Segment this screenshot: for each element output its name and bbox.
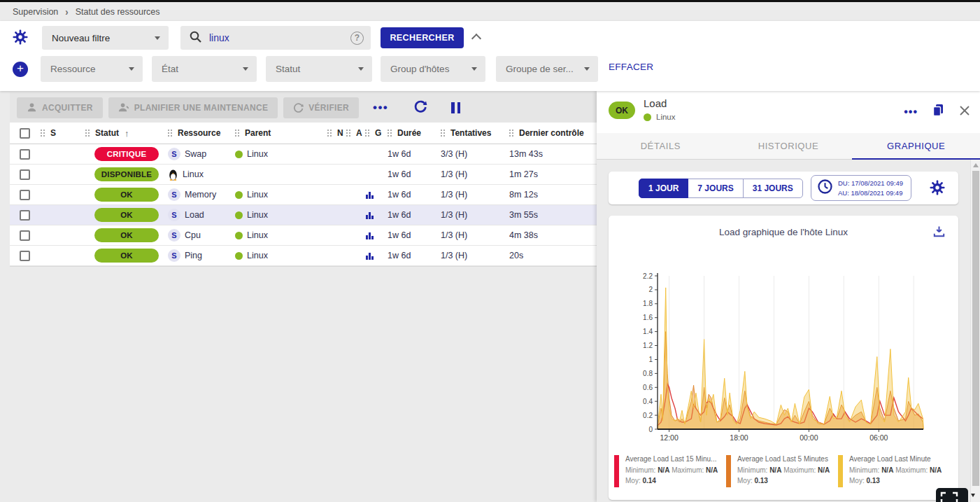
filter-select-status[interactable]: Statut bbox=[266, 56, 372, 82]
refresh-icon[interactable] bbox=[413, 99, 427, 116]
resource-cell[interactable]: S Ping bbox=[168, 249, 235, 262]
row-checkbox[interactable] bbox=[20, 251, 30, 261]
panel-more-icon[interactable]: ••• bbox=[904, 106, 918, 118]
drag-handle-icon[interactable] bbox=[509, 129, 515, 137]
range-button-1-jour[interactable]: 1 JOUR bbox=[639, 179, 688, 198]
drag-handle-icon[interactable] bbox=[365, 129, 371, 137]
legend-item[interactable]: Average Load Last Minute Minimum: N/A Ma… bbox=[838, 454, 950, 487]
row-checkbox[interactable] bbox=[20, 149, 30, 160]
table-row-swap[interactable]: CRITIQUE S Swap Linux 1w 6d 3/3 (H) 13m … bbox=[10, 144, 597, 165]
range-button-7-jours[interactable]: 7 JOURS bbox=[688, 179, 743, 198]
copy-link-icon[interactable] bbox=[932, 104, 944, 120]
resource-cell[interactable]: S Load bbox=[168, 209, 235, 221]
column-header-parent[interactable]: Parent bbox=[235, 128, 327, 138]
parent-cell[interactable]: Linux bbox=[235, 190, 327, 200]
graph-cell[interactable] bbox=[365, 211, 388, 220]
resource-cell[interactable]: S Swap bbox=[168, 148, 235, 160]
svg-text:1.6: 1.6 bbox=[643, 314, 653, 321]
resource-cell[interactable]: S Cpu bbox=[168, 229, 235, 242]
parent-cell[interactable]: Linux bbox=[235, 149, 327, 159]
legend-item[interactable]: Average Load Last 15 Minu... Minimum: N/… bbox=[614, 454, 726, 487]
close-panel-icon[interactable] bbox=[959, 105, 970, 119]
filter-select-state[interactable]: État bbox=[152, 56, 257, 82]
graph-cell[interactable] bbox=[365, 190, 388, 200]
drag-handle-icon[interactable] bbox=[168, 129, 173, 137]
filter-select-hostgroup[interactable]: Group d'hôtes bbox=[381, 56, 485, 82]
tab-details[interactable]: DÉTAILS bbox=[597, 133, 725, 159]
drag-handle-icon[interactable] bbox=[235, 129, 241, 137]
range-button-31-jours[interactable]: 31 JOURS bbox=[743, 179, 803, 198]
parent-name: Linux bbox=[247, 230, 268, 240]
column-header-g[interactable]: G bbox=[365, 128, 388, 138]
search-help-icon[interactable]: ? bbox=[350, 32, 364, 45]
chevron-down-icon bbox=[243, 67, 248, 71]
date-range-picker[interactable]: DU: 17/08/2021 09:49 AU: 18/08/2021 09:4… bbox=[811, 175, 911, 201]
time-range-card: 1 JOUR7 JOURS31 JOURS DU: 17/08/2021 09:… bbox=[609, 172, 958, 204]
column-header-n[interactable]: N bbox=[327, 128, 346, 138]
download-graph-icon[interactable] bbox=[932, 225, 946, 241]
collapse-filters-chevron-up-icon[interactable] bbox=[471, 34, 481, 43]
drag-handle-icon[interactable] bbox=[327, 129, 333, 137]
scrollbar-thumb[interactable] bbox=[972, 171, 979, 486]
select-all-checkbox[interactable] bbox=[20, 128, 30, 139]
drag-handle-icon[interactable] bbox=[441, 129, 446, 137]
graph-available-icon bbox=[365, 190, 374, 200]
tab-history[interactable]: HISTORIQUE bbox=[725, 133, 853, 159]
acknowledge-button[interactable]: ACQUITTER bbox=[17, 97, 103, 118]
tries-cell: 3/3 (H) bbox=[441, 149, 509, 159]
resource-table: S Statut ↑ Ressource Parent N A bbox=[10, 123, 597, 267]
table-row-memory[interactable]: OK S Memory Linux 1w 6d 1/3 (H) 8m 12s bbox=[10, 185, 597, 205]
parent-cell[interactable]: Linux bbox=[235, 230, 327, 240]
scroll-up-arrow-icon[interactable] bbox=[973, 163, 979, 167]
pause-icon[interactable] bbox=[451, 102, 460, 113]
filter-select-servicegroup[interactable]: Groupe de ser... bbox=[496, 56, 598, 82]
column-header-dernier contrôle[interactable]: Dernier contrôle bbox=[509, 128, 597, 138]
check-button[interactable]: VÉRIFIER bbox=[283, 97, 359, 118]
resource-name: Ping bbox=[185, 251, 202, 260]
table-row-cpu[interactable]: OK S Cpu Linux 1w 6d 1/3 (H) 4m 38s bbox=[10, 225, 597, 246]
column-header-s[interactable]: S bbox=[41, 128, 85, 138]
parent-cell[interactable]: Linux bbox=[235, 210, 327, 220]
svg-text:1.4: 1.4 bbox=[643, 328, 653, 335]
row-checkbox[interactable] bbox=[20, 169, 30, 180]
row-checkbox[interactable] bbox=[20, 190, 30, 200]
table-row-linux[interactable]: DISPONIBLE Linux 1w 6d 1/3 (H) 1m 27s bbox=[10, 165, 597, 185]
add-criteria-button[interactable]: + bbox=[13, 62, 28, 77]
drag-handle-icon[interactable] bbox=[41, 129, 46, 137]
saved-filter-select[interactable]: Nouveau filtre bbox=[42, 26, 169, 50]
breadcrumb-item-resource-status[interactable]: Statut des ressources bbox=[76, 7, 160, 17]
resource-cell[interactable]: Linux bbox=[168, 169, 235, 181]
table-row-load[interactable]: OK S Load Linux 1w 6d 1/3 (H) 3m 55s bbox=[10, 205, 597, 225]
drag-handle-icon[interactable] bbox=[85, 129, 91, 137]
graph-settings-gear-icon[interactable] bbox=[929, 179, 946, 196]
drag-handle-icon[interactable] bbox=[346, 129, 352, 137]
table-row-ping[interactable]: OK S Ping Linux 1w 6d 1/3 (H) 20s bbox=[10, 246, 597, 266]
clear-filters-button[interactable]: EFFACER bbox=[609, 62, 653, 72]
column-header-a[interactable]: A bbox=[346, 128, 365, 138]
column-header-tentatives[interactable]: Tentatives bbox=[441, 128, 509, 138]
tab-graph[interactable]: GRAPHIQUE bbox=[852, 133, 980, 159]
column-header-ressource[interactable]: Ressource bbox=[168, 128, 235, 138]
row-checkbox[interactable] bbox=[20, 210, 30, 221]
column-header-durée[interactable]: Durée bbox=[388, 128, 441, 138]
schedule-maintenance-button[interactable]: PLANIFIER UNE MAINTENANCE bbox=[108, 97, 278, 118]
breadcrumb-item-supervision[interactable]: Supervision bbox=[13, 7, 58, 17]
parent-cell[interactable]: Linux bbox=[235, 251, 327, 260]
parent-status-dot bbox=[235, 232, 243, 239]
panel-scrollbar[interactable] bbox=[970, 160, 980, 502]
graph-cell[interactable] bbox=[365, 251, 388, 260]
drag-handle-icon[interactable] bbox=[388, 129, 393, 137]
filter-settings-gear-icon[interactable] bbox=[12, 29, 29, 46]
more-actions-icon[interactable]: ••• bbox=[373, 101, 388, 115]
search-input[interactable] bbox=[209, 32, 343, 43]
sort-asc-icon[interactable]: ↑ bbox=[125, 128, 129, 139]
row-checkbox[interactable] bbox=[20, 230, 30, 241]
search-box[interactable]: ? bbox=[180, 26, 371, 50]
legend-item[interactable]: Average Load Last 5 Minutes Minimum: N/A… bbox=[726, 454, 838, 487]
graph-cell[interactable] bbox=[365, 231, 388, 240]
resource-cell[interactable]: S Memory bbox=[168, 188, 235, 201]
column-header-statut[interactable]: Statut ↑ bbox=[85, 128, 168, 139]
legend-series-name: Average Load Last Minute bbox=[849, 454, 942, 465]
filter-select-resource[interactable]: Ressource bbox=[41, 56, 143, 82]
search-button[interactable]: RECHERCHER bbox=[381, 27, 464, 48]
